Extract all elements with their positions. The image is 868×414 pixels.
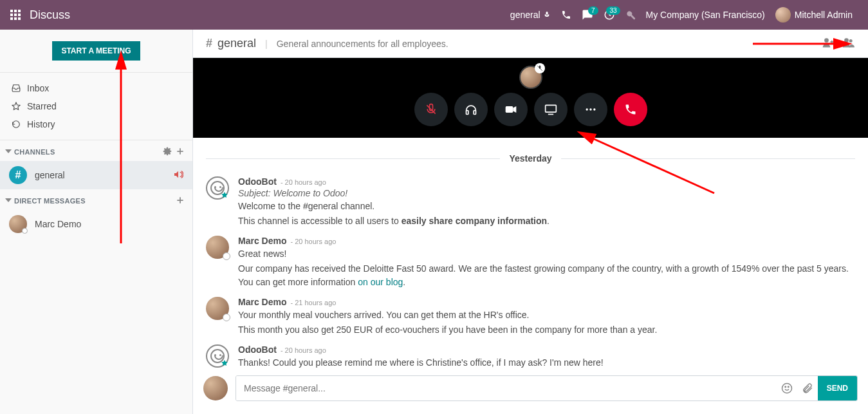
channels-header[interactable]: CHANNELS (0, 140, 192, 161)
channels-add[interactable] (176, 147, 185, 157)
svg-rect-3 (10, 14, 13, 16)
message-author: Marc Demo (238, 236, 286, 246)
nav-channel-quick[interactable]: general (510, 10, 551, 20)
phone-icon (561, 10, 571, 20)
message-text: Thanks! Could you please remind me where… (238, 356, 855, 368)
caret-down-icon (5, 197, 12, 205)
svg-point-14 (824, 38, 829, 42)
nav-channel-label: general (510, 10, 540, 20)
message-author: OdooBot (238, 176, 277, 187)
svg-point-28 (782, 384, 791, 393)
apps-icon[interactable] (10, 10, 21, 20)
svg-rect-23 (545, 105, 556, 112)
svg-rect-21 (505, 106, 513, 113)
app-title: Discuss (30, 8, 70, 22)
svg-marker-11 (5, 149, 12, 153)
inbox-icon (12, 84, 21, 93)
nav-activities[interactable]: 33 (604, 9, 615, 21)
hash-icon: # (206, 37, 212, 50)
deafen-button[interactable] (454, 93, 488, 126)
nav-user[interactable]: Mitchell Admin (775, 7, 853, 23)
message-time: - 20 hours ago (290, 238, 336, 245)
message-author: Marc Demo (238, 297, 286, 307)
message-subject: Subject: Welcome to Odoo! (238, 188, 855, 198)
nav-tools[interactable] (625, 10, 636, 20)
speaker-icon (173, 169, 183, 182)
plus-icon (176, 147, 185, 156)
nav-messages[interactable]: 7 (582, 9, 593, 21)
dm-add[interactable] (176, 196, 185, 206)
nav-company[interactable]: My Company (San Francisco) (646, 10, 765, 20)
history-icon (12, 120, 21, 129)
screenshare-button[interactable] (534, 93, 568, 126)
svg-rect-5 (18, 14, 21, 16)
composer-avatar (203, 376, 228, 400)
wrench-icon (625, 10, 636, 20)
hangup-button[interactable] (614, 93, 647, 126)
hash-icon: # (9, 166, 27, 184)
channels-title: CHANNELS (14, 148, 55, 156)
svg-point-16 (849, 39, 853, 42)
channel-name: general (35, 170, 65, 180)
muted-indicator (535, 63, 545, 73)
star-icon (12, 102, 21, 111)
message: OdooBot - 20 hours ago Subject: Welcome … (193, 173, 868, 232)
send-button[interactable]: SEND (818, 376, 857, 400)
svg-rect-4 (14, 14, 17, 16)
start-meeting-button[interactable]: START A MEETING (52, 41, 140, 61)
message-avatar (206, 236, 229, 259)
svg-marker-13 (5, 198, 12, 202)
channel-item[interactable]: # general (0, 161, 192, 189)
members-button[interactable] (841, 36, 855, 51)
mic-icon (543, 11, 551, 19)
composer: SEND (193, 368, 868, 414)
svg-rect-19 (466, 111, 468, 115)
dm-item[interactable]: Marc Demo (0, 210, 192, 238)
more-button[interactable] (574, 93, 607, 126)
main-panel: # general | General announcements for al… (193, 30, 868, 414)
svg-marker-22 (513, 106, 516, 113)
smile-icon (781, 382, 793, 394)
mic-off-icon (537, 65, 543, 71)
nav-history[interactable]: History (0, 115, 192, 133)
nav-phone[interactable] (561, 10, 571, 20)
mic-off-icon (425, 103, 438, 116)
svg-rect-0 (10, 10, 13, 12)
video-icon (504, 103, 517, 116)
message-input[interactable] (236, 376, 777, 400)
gear-icon (163, 147, 172, 156)
date-label: Yesterday (509, 153, 551, 164)
svg-rect-6 (10, 17, 13, 20)
attach-button[interactable] (797, 376, 818, 400)
dm-name: Marc Demo (35, 219, 81, 229)
message-text: Our company has received the Deloitte Fa… (238, 262, 855, 289)
messages-badge: 7 (588, 6, 598, 15)
svg-point-27 (593, 108, 595, 110)
svg-rect-7 (14, 17, 17, 20)
emoji-button[interactable] (777, 376, 797, 400)
call-participant[interactable] (519, 66, 542, 89)
user-name: Mitchell Admin (795, 10, 853, 20)
message-avatar (206, 297, 229, 320)
nav-starred-label: Starred (27, 101, 57, 111)
add-member-button[interactable] (822, 36, 835, 51)
message: OdooBot - 20 hours ago Thanks! Could you… (193, 341, 868, 368)
svg-rect-1 (14, 10, 17, 12)
channel-header: # general | General announcements for al… (193, 30, 868, 58)
svg-marker-10 (12, 102, 20, 109)
camera-button[interactable] (494, 93, 528, 126)
headphones-icon (465, 103, 477, 116)
svg-point-25 (586, 108, 587, 110)
activities-badge: 33 (606, 6, 620, 15)
message-text: Great news! (238, 247, 855, 261)
nav-inbox-label: Inbox (27, 83, 49, 93)
message-text: This channel is accessible to all users … (238, 214, 855, 228)
topbar: Discuss general 7 33 My Company (San Fra… (0, 0, 868, 30)
nav-inbox[interactable]: Inbox (0, 79, 192, 97)
mute-button[interactable] (414, 93, 448, 126)
channels-settings[interactable] (163, 147, 172, 157)
dm-header[interactable]: DIRECT MESSAGES (0, 189, 192, 210)
nav-starred[interactable]: Starred (0, 97, 192, 115)
message-author: OdooBot (238, 344, 277, 355)
svg-point-26 (589, 108, 591, 110)
